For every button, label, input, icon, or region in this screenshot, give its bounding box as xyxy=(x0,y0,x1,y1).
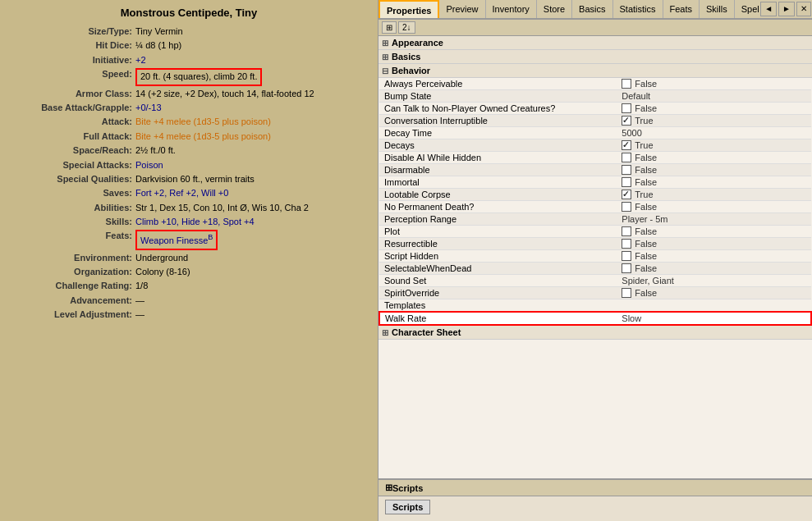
expand-icon-appearance: ⊞ xyxy=(382,39,388,48)
section-behavior[interactable]: ⊟ Behavior xyxy=(378,64,812,78)
property-name: Disable AI While Hidden xyxy=(379,152,617,164)
prev-tab-button[interactable]: ◄ xyxy=(760,2,777,16)
stat-row: Base Attack/Grapple:+0/-13 xyxy=(8,102,369,114)
property-row[interactable]: Walk RateSlow xyxy=(379,312,811,325)
property-value: ✓True xyxy=(617,189,811,201)
scripts-button[interactable]: Scripts xyxy=(385,500,430,514)
property-value: 5000 xyxy=(617,127,811,139)
stat-row: Size/Type:Tiny Vermin xyxy=(8,25,369,38)
tab-properties[interactable]: Properties xyxy=(378,0,439,18)
stat-row: Special Qualities:Darkvision 60 ft., ver… xyxy=(8,173,369,185)
checkbox-cell: False xyxy=(622,153,806,162)
stat-label: Saves: xyxy=(8,187,135,199)
property-name: Immortal xyxy=(379,176,617,189)
property-checkbox-label: False xyxy=(635,177,657,187)
property-value: False xyxy=(617,176,811,189)
tab-statistics[interactable]: Statistics xyxy=(613,0,663,18)
scripts-header-label: Scripts xyxy=(392,483,423,493)
property-row[interactable]: Perception RangePlayer - 5m xyxy=(379,213,811,226)
stat-value: 20 ft. (4 squares), climb 20 ft. xyxy=(135,68,369,85)
tab-bar: PropertiesPreviewInventoryStoreBasicsSta… xyxy=(378,0,812,20)
stat-row: Space/Reach:2½ ft./0 ft. xyxy=(8,144,369,157)
property-row[interactable]: Bump StateDefault xyxy=(379,90,811,103)
property-checkbox[interactable] xyxy=(622,177,631,187)
tab-inventory[interactable]: Inventory xyxy=(486,0,537,18)
property-value: Default xyxy=(617,90,811,103)
property-checkbox[interactable] xyxy=(622,165,631,175)
stat-value: Str 1, Dex 15, Con 10, Int Ø, Wis 10, Ch… xyxy=(135,202,369,214)
property-checkbox[interactable]: ✓ xyxy=(622,116,631,126)
stat-label: Advancement: xyxy=(8,295,135,307)
expand-icon-character-sheet: ⊞ xyxy=(382,328,388,337)
property-row[interactable]: Conversation Interruptible✓True xyxy=(379,115,811,127)
property-value: Slow xyxy=(617,312,811,325)
stat-label: Environment: xyxy=(8,252,135,264)
tab-skills[interactable]: Skills xyxy=(700,0,735,18)
next-tab-button[interactable]: ► xyxy=(778,2,795,16)
property-checkbox-label: False xyxy=(635,239,657,249)
property-row[interactable]: Disable AI While HiddenFalse xyxy=(379,152,811,164)
stat-row: Initiative:+2 xyxy=(8,54,369,66)
property-checkbox-label: True xyxy=(635,190,653,199)
property-checkbox[interactable] xyxy=(622,288,631,298)
scripts-header[interactable]: ⊞ Scripts xyxy=(378,480,812,496)
tab-store[interactable]: Store xyxy=(537,0,572,18)
stat-value: Poison xyxy=(135,159,369,171)
close-tab-button[interactable]: ✕ xyxy=(796,2,811,16)
property-row[interactable]: Sound SetSpider, Giant xyxy=(379,275,811,287)
property-checkbox[interactable]: ✓ xyxy=(622,190,631,199)
stat-row: Attack:Bite +4 melee (1d3-5 plus poison) xyxy=(8,116,369,128)
property-checkbox-label: False xyxy=(635,226,657,236)
property-row[interactable]: Can Talk to Non-Player Owned Creatures?F… xyxy=(379,103,811,115)
checkbox-cell: False xyxy=(622,79,806,89)
property-checkbox[interactable] xyxy=(622,226,631,236)
property-row[interactable]: ImmortalFalse xyxy=(379,176,811,189)
property-name: Can Talk to Non-Player Owned Creatures? xyxy=(379,103,617,115)
properties-content[interactable]: ⊞ Appearance ⊞ Basics ⊟ Behavior Always … xyxy=(378,36,812,478)
property-row[interactable]: Templates xyxy=(379,299,811,313)
property-value: False xyxy=(617,103,811,115)
property-checkbox[interactable] xyxy=(622,239,631,249)
property-value: False xyxy=(617,287,811,299)
speed-box: 20 ft. (4 squares), climb 20 ft. xyxy=(135,68,262,85)
stat-value: — xyxy=(135,308,369,321)
checkbox-cell: ✓True xyxy=(622,190,806,199)
property-name: SpiritOverride xyxy=(379,287,617,299)
property-row[interactable]: Lootable Corpse✓True xyxy=(379,189,811,201)
property-row[interactable]: Script HiddenFalse xyxy=(379,250,811,263)
property-row[interactable]: SpiritOverrideFalse xyxy=(379,287,811,299)
property-checkbox[interactable] xyxy=(622,153,631,162)
property-row[interactable]: Always PerceivableFalse xyxy=(379,78,811,90)
tab-spells[interactable]: Spells xyxy=(735,0,759,18)
property-name: SelectableWhenDead xyxy=(379,263,617,275)
property-row[interactable]: No Permanent Death?False xyxy=(379,201,811,213)
property-row[interactable]: ResurrectibleFalse xyxy=(379,238,811,250)
toolbar-btn-1[interactable]: ⊞ xyxy=(382,21,397,34)
section-appearance[interactable]: ⊞ Appearance xyxy=(378,36,812,50)
property-checkbox[interactable] xyxy=(622,202,631,212)
stat-row: Level Adjustment:— xyxy=(8,308,369,321)
tab-feats[interactable]: Feats xyxy=(663,0,700,18)
property-checkbox[interactable]: ✓ xyxy=(622,140,631,150)
property-row[interactable]: DisarmableFalse xyxy=(379,164,811,176)
section-character-sheet[interactable]: ⊞ Character Sheet xyxy=(378,326,812,340)
checkbox-cell: False xyxy=(622,165,806,175)
property-checkbox[interactable] xyxy=(622,251,631,261)
property-checkbox[interactable] xyxy=(622,79,631,89)
tab-basics[interactable]: Basics xyxy=(572,0,612,18)
tab-preview[interactable]: Preview xyxy=(439,0,485,18)
property-row[interactable]: SelectableWhenDeadFalse xyxy=(379,263,811,275)
section-basics[interactable]: ⊞ Basics xyxy=(378,50,812,64)
property-row[interactable]: Decays✓True xyxy=(379,139,811,152)
property-checkbox[interactable] xyxy=(622,263,631,273)
stat-value: +0/-13 xyxy=(135,102,369,114)
property-name: Script Hidden xyxy=(379,250,617,263)
property-row[interactable]: PlotFalse xyxy=(379,226,811,238)
property-row[interactable]: Decay Time5000 xyxy=(379,127,811,139)
toolbar-btn-2[interactable]: 2↓ xyxy=(398,21,415,34)
stat-label: Hit Dice: xyxy=(8,39,135,52)
property-name: Walk Rate xyxy=(379,312,617,325)
stat-row: Environment:Underground xyxy=(8,252,369,264)
property-checkbox[interactable] xyxy=(622,103,631,113)
property-value: ✓True xyxy=(617,115,811,127)
